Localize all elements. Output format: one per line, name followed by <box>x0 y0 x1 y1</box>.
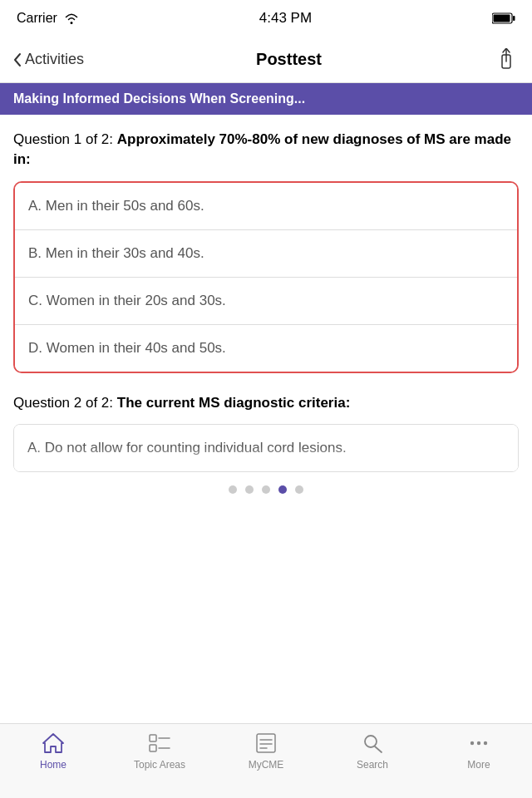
question1-text: Question 1 of 2: Approximately 70%-80% o… <box>13 130 519 170</box>
question2-bold: The current MS diagnostic criteria: <box>117 395 351 411</box>
wifi-icon <box>64 12 79 24</box>
content-area: Question 1 of 2: Approximately 70%-80% o… <box>0 115 532 472</box>
chevron-left-icon <box>13 52 22 67</box>
svg-point-16 <box>477 741 480 745</box>
svg-rect-1 <box>513 16 515 21</box>
status-left: Carrier <box>17 11 79 26</box>
search-icon <box>360 731 385 756</box>
tab-mycme[interactable]: MyCME <box>213 731 319 771</box>
partial-answer-container: A. Do not allow for counting individual … <box>13 424 519 472</box>
dot-1 <box>229 485 237 494</box>
dot-2 <box>245 485 254 494</box>
tab-search[interactable]: Search <box>319 731 426 771</box>
tab-topic-areas[interactable]: Topic Areas <box>106 731 213 771</box>
question1-label: Question 1 of 2: <box>13 131 117 147</box>
svg-rect-2 <box>493 15 510 22</box>
more-icon <box>466 731 491 756</box>
tab-search-label: Search <box>357 759 388 771</box>
banner: Making Informed Decisions When Screening… <box>0 83 532 115</box>
back-label: Activities <box>25 51 84 68</box>
question2-text: Question 2 of 2: The current MS diagnost… <box>13 393 519 413</box>
answer-a[interactable]: A. Men in their 50s and 60s. <box>15 183 517 230</box>
answer-group-q1: A. Men in their 50s and 60s. B. Men in t… <box>13 181 519 373</box>
nav-title: Posttest <box>256 50 322 69</box>
tab-more[interactable]: More <box>426 731 532 771</box>
answer-c[interactable]: C. Women in their 20s and 30s. <box>15 278 517 325</box>
tab-home-label: Home <box>40 759 66 771</box>
dot-3 <box>262 485 270 494</box>
answer-b[interactable]: B. Men in their 30s and 40s. <box>15 230 517 278</box>
tab-bar: Home Topic Areas MyCME <box>0 723 532 798</box>
answer-q2-a[interactable]: A. Do not allow for counting individual … <box>14 425 518 471</box>
battery-icon <box>492 12 515 24</box>
tab-mycme-label: MyCME <box>249 759 284 771</box>
svg-rect-5 <box>150 735 156 741</box>
status-right <box>492 12 515 24</box>
svg-point-15 <box>470 741 474 745</box>
svg-rect-9 <box>257 734 275 752</box>
svg-point-13 <box>365 736 377 747</box>
topic-areas-icon <box>147 731 172 756</box>
dot-5 <box>295 485 303 494</box>
svg-rect-6 <box>150 745 156 751</box>
page-dots <box>0 472 532 502</box>
status-bar: Carrier 4:43 PM <box>0 0 532 37</box>
answer-d[interactable]: D. Women in their 40s and 50s. <box>15 325 517 372</box>
tab-topic-areas-label: Topic Areas <box>134 759 185 771</box>
share-button[interactable] <box>494 47 519 72</box>
status-time: 4:43 PM <box>259 10 312 27</box>
mycme-icon <box>254 731 278 756</box>
carrier-label: Carrier <box>17 11 57 26</box>
banner-text: Making Informed Decisions When Screening… <box>13 91 305 106</box>
main-content: Question 1 of 2: Approximately 70%-80% o… <box>0 115 532 722</box>
dot-4 <box>278 485 287 494</box>
share-icon <box>497 48 515 71</box>
tab-home[interactable]: Home <box>0 731 106 771</box>
svg-line-14 <box>375 746 382 752</box>
home-icon <box>41 731 66 756</box>
tab-more-label: More <box>467 759 490 771</box>
question2-label: Question 2 of 2: <box>13 395 117 411</box>
nav-bar: Activities Posttest <box>0 37 532 83</box>
svg-point-17 <box>484 741 487 745</box>
back-button[interactable]: Activities <box>13 51 84 68</box>
